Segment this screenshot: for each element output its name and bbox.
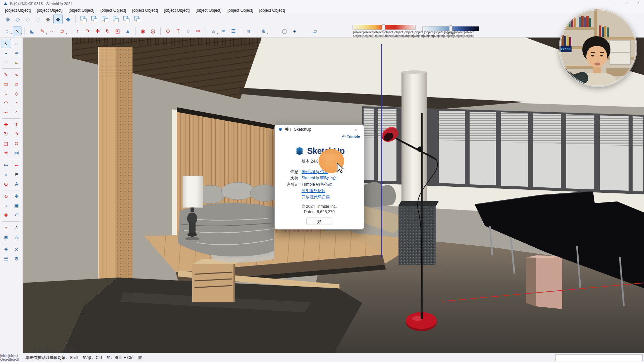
pie[interactable]: ◔ — [12, 99, 21, 107]
position-camera[interactable]: ⌖ — [1, 223, 11, 232]
layers-stack[interactable]: ☰ — [1, 254, 11, 263]
new-document[interactable]: ▢ — [280, 26, 288, 36]
axes[interactable]: ⊕ — [1, 180, 11, 188]
text-tool[interactable]: T — [174, 26, 182, 36]
style-wireframe[interactable]: ◇ — [23, 14, 32, 24]
push-pull[interactable]: ↥ — [12, 120, 21, 129]
3d-text[interactable]: A — [12, 180, 21, 188]
circle-tool[interactable]: ◉ — [139, 26, 147, 36]
component-tool[interactable]: ⌂▾ — [209, 26, 217, 36]
shadow-time-slider[interactable]: 中午 — [422, 26, 479, 36]
find-tool[interactable]: ○ — [184, 26, 192, 36]
protractor[interactable]: ◖ — [1, 170, 11, 179]
shadow-slider-handle[interactable] — [382, 24, 385, 31]
shadow-gradient-strip[interactable] — [353, 25, 416, 30]
dialog-close-button[interactable]: × — [351, 127, 361, 132]
pan[interactable]: ✥ — [12, 192, 21, 201]
eraser[interactable]: ▰ — [12, 49, 21, 57]
rotated-rectangle[interactable]: ▱ — [12, 80, 21, 88]
zoom[interactable]: ○ — [1, 201, 11, 210]
waves-tool[interactable]: ≈ — [219, 26, 227, 36]
arc[interactable]: ◠ — [1, 99, 11, 107]
menu-item[interactable]: [object Object] — [161, 7, 193, 13]
look[interactable]: ◎ — [12, 233, 21, 241]
pin-tool[interactable]: ⊙ — [164, 26, 172, 36]
waves-2-tool[interactable]: ≋ — [245, 26, 253, 36]
style-monochrome[interactable]: ◆ — [44, 14, 52, 24]
menu-item[interactable]: [object Object] — [2, 7, 34, 13]
rectangle[interactable]: ▭ — [1, 80, 11, 88]
rectangle-tool[interactable]: ▱▾ — [58, 26, 66, 36]
line[interactable]: ✎ — [1, 70, 11, 79]
row-link[interactable]: Trimble 销售条款 — [302, 182, 332, 187]
menu-item[interactable]: [object Object] — [256, 7, 288, 13]
style-hidden-line[interactable]: ◇ — [34, 14, 42, 24]
maximize-button[interactable]: □ — [624, 1, 629, 5]
bend-tool[interactable]: ↷ — [84, 26, 92, 36]
minimize-button[interactable]: – — [612, 1, 616, 5]
shadow-date-slider[interactable]: [object Object][object Object][object Ob… — [353, 25, 416, 38]
zoom-extents[interactable]: ✺ — [1, 211, 11, 220]
style-back-edges[interactable]: ◇ — [13, 14, 22, 24]
orbit[interactable]: ↻ — [1, 192, 11, 201]
group-tool-5[interactable] — [123, 16, 130, 22]
dialog-info-row[interactable]: 支持: SketchUp 帮助中心 — [275, 176, 364, 181]
dialog-info-row[interactable]: 信息: SketchUp 信息 — [275, 169, 364, 175]
group-tool-4[interactable] — [112, 16, 119, 22]
tag-tool[interactable]: ▱ — [311, 26, 319, 36]
walk[interactable]: ♙ — [12, 223, 21, 232]
scale[interactable]: ◰ — [1, 139, 11, 148]
time-gradient-strip[interactable] — [422, 26, 479, 31]
follow-me[interactable]: ↷ — [12, 130, 21, 138]
components[interactable]: ∴ — [1, 58, 11, 67]
section-display[interactable]: ✕ — [12, 245, 21, 254]
select-tool[interactable]: ↖▾ — [13, 26, 21, 36]
menu-item[interactable]: [object Object] — [129, 7, 161, 13]
ring-tool[interactable]: ◎ — [149, 26, 157, 36]
scissors-tool[interactable]: ✂ — [194, 26, 202, 36]
close-button[interactable]: × — [636, 1, 641, 5]
stack-tool[interactable]: ☰ — [229, 26, 237, 36]
measurement-input[interactable] — [555, 354, 643, 361]
style-shaded-textures[interactable]: ◆ — [54, 14, 62, 24]
menu-item[interactable]: [object Object] — [193, 7, 224, 13]
previous-view[interactable]: ↶ — [12, 211, 21, 220]
look-around[interactable]: ◉ — [1, 233, 11, 241]
dialog-title-bar[interactable]: 关于 SketchUp × — [275, 125, 364, 134]
style-shaded[interactable]: ◆ — [64, 14, 72, 24]
row-link[interactable]: 开放源代码归属 — [302, 195, 330, 200]
menu-item[interactable]: [object Object] — [65, 7, 97, 13]
endpoint-tool[interactable]: ⋯ — [48, 26, 56, 36]
dialog-info-row[interactable]: 许可证: Trimble 销售条款 — [275, 182, 364, 187]
dialog-info-row[interactable]: 开放源代码归属 — [275, 195, 364, 200]
two-point-arc[interactable]: ∽ — [1, 108, 11, 117]
circle[interactable]: ○ — [1, 89, 11, 98]
axes-tool[interactable]: ✳ — [1, 148, 11, 157]
rotate-tool[interactable]: ↻ — [104, 26, 112, 36]
section-plane[interactable]: ◈ — [1, 245, 11, 254]
three-point-arc[interactable]: ◜ — [12, 108, 21, 117]
group-tool-2[interactable] — [91, 16, 98, 22]
row-link[interactable]: API 服务条款 — [302, 188, 325, 194]
rotate[interactable]: ↻ — [1, 130, 11, 138]
menu-item[interactable]: [object Object] — [97, 7, 129, 13]
move[interactable]: ✚ — [1, 120, 11, 129]
status-icon[interactable]: [object Object] — [11, 355, 16, 361]
pushpull-tool[interactable]: ▲ — [124, 26, 132, 36]
group-tool-3[interactable] — [101, 16, 109, 22]
account[interactable]: ● — [290, 26, 299, 36]
freehand[interactable]: ∿ — [12, 70, 21, 79]
row-link[interactable]: SketchUp 帮助中心 — [302, 176, 336, 181]
dimensions[interactable]: ⇤ — [12, 161, 21, 170]
zoom-tool[interactable]: ○▾ — [3, 26, 11, 36]
zoom-window[interactable]: ▣ — [12, 201, 21, 210]
select[interactable]: ↖ — [1, 39, 11, 48]
menu-item[interactable]: [object Object] — [34, 7, 66, 13]
style-xray[interactable]: ◆ — [3, 14, 12, 24]
dialog-info-row[interactable]: API 服务条款 — [275, 188, 364, 194]
paint-bucket[interactable]: ◒ — [1, 49, 11, 57]
eraser-tool[interactable]: ◣ — [28, 26, 36, 36]
section-settings[interactable]: ⚙ — [12, 254, 21, 263]
tape-measure[interactable]: ↦ — [1, 161, 11, 170]
lasso[interactable]: ◌ — [12, 39, 21, 48]
